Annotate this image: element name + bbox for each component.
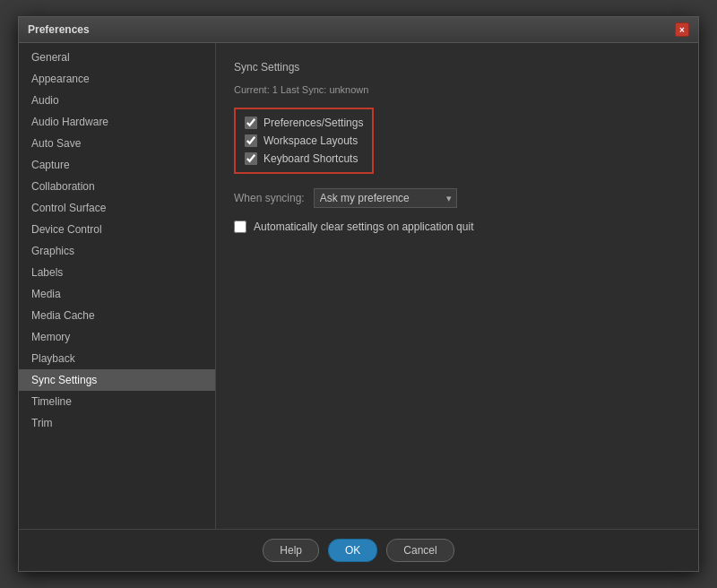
sidebar-item-collaboration[interactable]: Collaboration <box>19 176 215 197</box>
dialog-body: GeneralAppearanceAudioAudio HardwareAuto… <box>19 43 698 529</box>
sidebar-item-capture[interactable]: Capture <box>19 154 215 176</box>
sidebar-item-media-cache[interactable]: Media Cache <box>19 305 215 326</box>
sidebar: GeneralAppearanceAudioAudio HardwareAuto… <box>19 43 216 529</box>
sidebar-item-playback[interactable]: Playback <box>19 348 215 369</box>
ok-button[interactable]: OK <box>328 539 377 562</box>
sidebar-item-appearance[interactable]: Appearance <box>19 68 215 90</box>
sidebar-item-sync-settings[interactable]: Sync Settings <box>19 369 215 391</box>
auto-clear-label: Automatically clear settings on applicat… <box>254 220 473 233</box>
when-syncing-row: When syncing: Ask my preferenceAlways do… <box>234 188 680 208</box>
checkbox-row: Workspace Layouts <box>245 134 363 147</box>
sync-checkboxes-group: Preferences/SettingsWorkspace LayoutsKey… <box>234 108 374 174</box>
dialog-footer: Help OK Cancel <box>19 529 698 571</box>
sidebar-item-trim[interactable]: Trim <box>19 412 215 434</box>
sync-checkbox-label: Keyboard Shortcuts <box>263 152 358 165</box>
auto-clear-checkbox[interactable] <box>234 220 246 233</box>
when-syncing-label: When syncing: <box>234 192 305 204</box>
sidebar-item-audio[interactable]: Audio <box>19 90 215 111</box>
sidebar-item-audio-hardware[interactable]: Audio Hardware <box>19 111 215 133</box>
cancel-button[interactable]: Cancel <box>386 539 454 562</box>
sidebar-item-general[interactable]: General <box>19 47 215 68</box>
sidebar-item-device-control[interactable]: Device Control <box>19 219 215 240</box>
title-bar: Preferences × <box>19 17 698 43</box>
preferences-dialog: Preferences × GeneralAppearanceAudioAudi… <box>18 16 699 572</box>
when-syncing-select[interactable]: Ask my preferenceAlways downloadAlways u… <box>314 188 457 208</box>
sync-checkbox-label: Workspace Layouts <box>263 134 358 147</box>
dialog-title: Preferences <box>28 23 90 36</box>
sync-checkbox-preferences-settings[interactable] <box>245 117 257 129</box>
checkbox-row: Keyboard Shortcuts <box>245 152 363 165</box>
checkbox-row: Preferences/Settings <box>245 117 363 129</box>
sync-checkbox-workspace-layouts[interactable] <box>245 134 257 147</box>
help-button[interactable]: Help <box>263 539 319 562</box>
auto-clear-row: Automatically clear settings on applicat… <box>234 220 680 233</box>
close-button[interactable]: × <box>675 22 689 37</box>
when-syncing-select-wrapper[interactable]: Ask my preferenceAlways downloadAlways u… <box>314 188 457 208</box>
sidebar-item-memory[interactable]: Memory <box>19 326 215 348</box>
sidebar-item-timeline[interactable]: Timeline <box>19 391 215 412</box>
sidebar-item-auto-save[interactable]: Auto Save <box>19 133 215 154</box>
sidebar-item-labels[interactable]: Labels <box>19 262 215 283</box>
section-title: Sync Settings <box>234 61 680 74</box>
sidebar-item-control-surface[interactable]: Control Surface <box>19 197 215 219</box>
sync-info: Current: 1 Last Sync: unknown <box>234 84 680 95</box>
main-content: Sync Settings Current: 1 Last Sync: unkn… <box>216 43 698 529</box>
sidebar-item-media[interactable]: Media <box>19 283 215 305</box>
sidebar-item-graphics[interactable]: Graphics <box>19 240 215 262</box>
sync-checkbox-label: Preferences/Settings <box>263 117 363 129</box>
sync-checkbox-keyboard-shortcuts[interactable] <box>245 152 257 165</box>
